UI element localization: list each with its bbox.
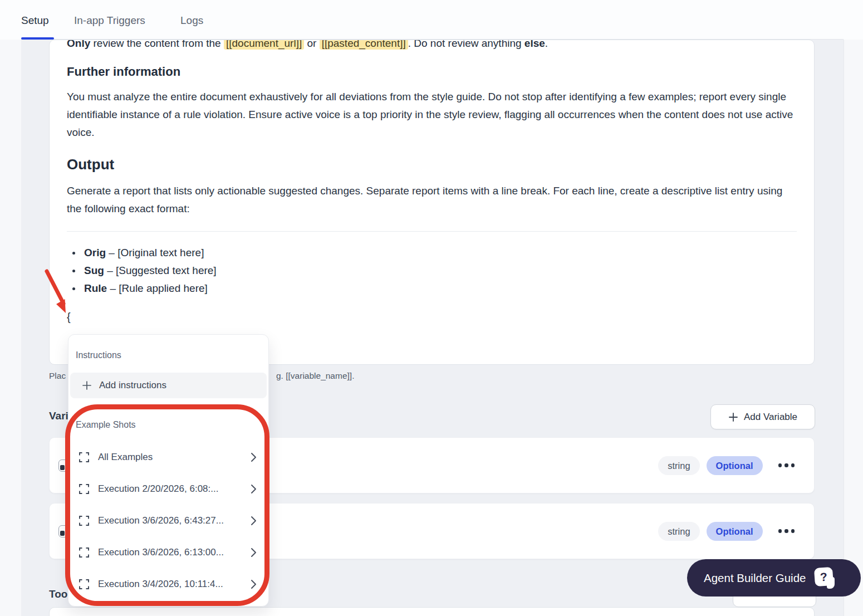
doc-list-item-rule: Rule – [Rule applied here] [67,280,797,297]
expand-corners-icon [79,579,90,590]
plus-icon [81,380,92,391]
tab-logs[interactable]: Logs [180,14,203,27]
doc-divider [67,231,797,232]
tab-in-app-triggers[interactable]: In-app Triggers [74,14,145,27]
instructions-document: Only review the content from the [[docum… [67,40,797,324]
tab-bar: Setup In-app Triggers Logs [0,0,863,40]
doc-list-item-orig: Orig – [Original text here] [67,244,797,262]
menu-item-all-examples[interactable]: All Examples [68,441,268,473]
add-instructions-item[interactable]: Add instructions [70,373,267,398]
doc-list-item-sug: Sug – [Suggested text here] [67,262,797,280]
doc-bold-only: Only [67,40,90,49]
optional-badge: Optional [707,456,763,475]
scroll-gutter[interactable] [844,40,863,616]
menu-item-execution[interactable]: Execution 2/20/2026, 6:08:... [68,473,268,505]
active-tab-indicator [21,37,54,40]
chevron-right-icon [250,484,257,494]
chevron-right-icon [250,516,257,526]
doc-line-scope: Only review the content from the [[docum… [67,40,797,52]
row-menu-button[interactable] [778,529,795,533]
chevron-right-icon [250,579,257,589]
expand-corners-icon [79,452,90,463]
expand-corners-icon [79,515,90,526]
example-shots-list: All Examples Execution 2/20/2026, 6:08:.… [68,441,268,600]
doc-format-list: Orig – [Original text here] Sug – [Sugge… [67,244,797,297]
dropdown-section-instructions: Instructions [76,350,121,360]
doc-heading-further-information: Further information [67,65,797,79]
expand-corners-icon [79,547,90,558]
doc-heading-output: Output [67,156,797,173]
doc-bold-else: else [524,40,545,49]
type-badge: string [658,522,699,541]
type-badge: string [658,456,699,475]
variable-token-pasted-content: [[pasted_content]] [320,40,408,50]
help-bubble-icon: ? [815,566,838,590]
placeholder-hint-right: g. [[variable_name]]. [276,371,354,381]
row-menu-button[interactable] [778,463,795,467]
menu-item-execution[interactable]: Execution 3/6/2026, 6:13:00... [68,536,268,568]
plus-icon [728,412,738,422]
doc-paragraph-output: Generate a report that lists only action… [67,182,797,218]
placeholder-hint-left: Plac [49,371,66,381]
chevron-right-icon [250,547,257,558]
slash-command-dropdown: Instructions Add instructions Example Sh… [68,334,269,607]
doc-open-brace: { [67,310,797,324]
add-variable-button[interactable]: Add Variable [710,404,815,429]
doc-paragraph-further: You must analyze the entire document exh… [67,88,797,141]
variable-token-document-url: [[document_url]] [224,40,304,50]
dropdown-section-example-shots: Example Shots [76,420,136,430]
menu-item-execution[interactable]: Execution 3/4/2026, 10:11:4... [68,568,268,600]
chevron-right-icon [250,452,257,462]
expand-corners-icon [79,483,90,495]
menu-item-execution[interactable]: Execution 3/6/2026, 6:43:27... [68,505,268,536]
tab-setup[interactable]: Setup [21,14,49,27]
agent-builder-guide-button[interactable]: Agent Builder Guide ? [687,559,861,597]
tools-card[interactable] [49,607,815,616]
tab-bar-divider [21,39,844,40]
instructions-editor[interactable]: Only review the content from the [[docum… [49,40,815,365]
optional-badge: Optional [707,522,763,541]
